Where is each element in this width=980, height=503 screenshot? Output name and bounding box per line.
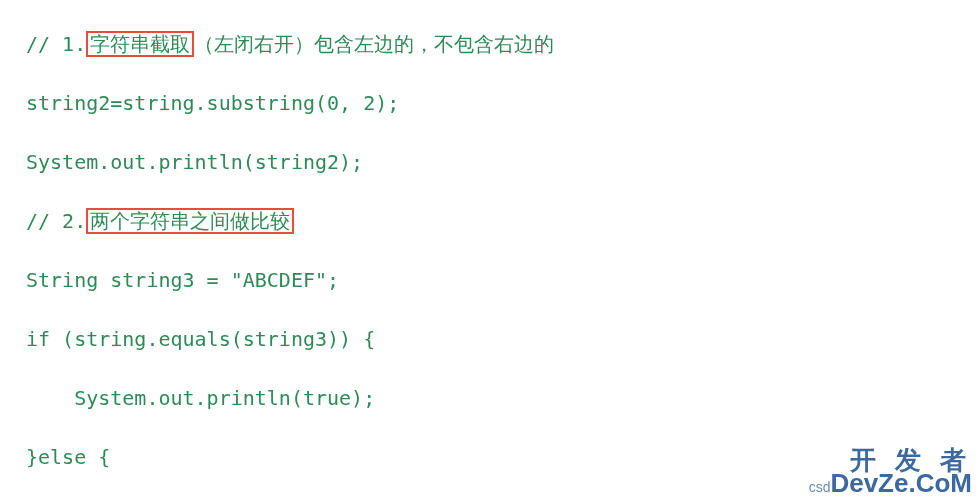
comment-prefix: // 2. <box>26 209 86 233</box>
code-line: string2=string.substring(0, 2); <box>26 89 980 119</box>
code-line: if (string.equals(string3)) { <box>26 325 980 355</box>
highlight-compare: 两个字符串之间做比较 <box>86 208 294 234</box>
highlight-substring: 字符串截取 <box>86 31 194 57</box>
code-line: String string3 = "ABCDEF"; <box>26 266 980 296</box>
code-line: // 1.字符串截取（左闭右开）包含左边的，不包含右边的 <box>26 30 980 60</box>
comment-suffix: （左闭右开）包含左边的，不包含右边的 <box>194 32 554 56</box>
code-line: // 2.两个字符串之间做比较 <box>26 207 980 237</box>
code-block: // 1.字符串截取（左闭右开）包含左边的，不包含右边的 string2=str… <box>0 0 980 503</box>
code-line: System.out.println(string2); <box>26 148 980 178</box>
comment-prefix: // 1. <box>26 32 86 56</box>
code-line: }else { <box>26 443 980 473</box>
code-line: System.out.println(true); <box>26 384 980 414</box>
